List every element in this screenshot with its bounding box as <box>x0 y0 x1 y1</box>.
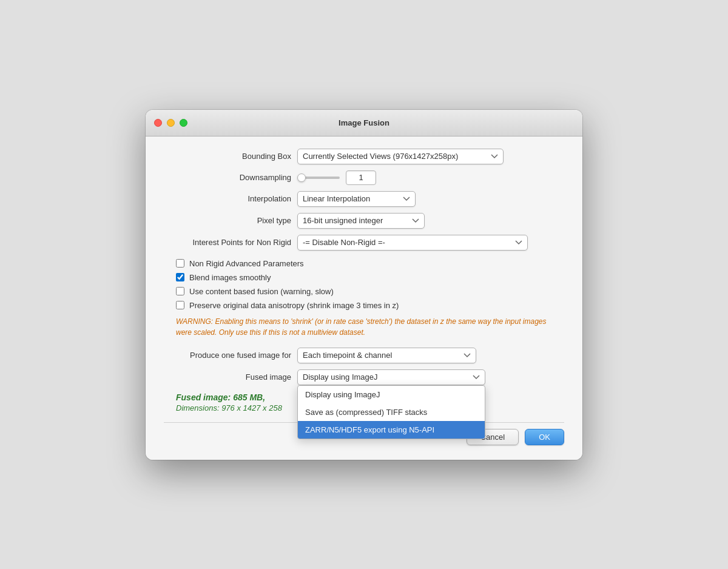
downsampling-label: Downsampling <box>164 173 297 182</box>
interest-points-select[interactable]: -= Disable Non-Rigid =- <box>297 235 528 251</box>
pixel-type-select[interactable]: 16-bit unsigned integer <box>297 213 425 229</box>
bounding-box-label: Bounding Box <box>164 152 297 161</box>
interest-points-row: Interest Points for Non Rigid -= Disable… <box>164 235 564 251</box>
fused-image-row: Fused image Display using ImageJ Display… <box>164 369 564 385</box>
interest-points-control: -= Disable Non-Rigid =- <box>297 235 528 251</box>
non-rigid-label: Non Rigid Advanced Parameters <box>189 259 304 268</box>
downsampling-slider-thumb[interactable] <box>297 173 306 182</box>
fused-image-dropdown-menu: Display using ImageJ Save as (compressed… <box>297 385 485 439</box>
warning-text: WARNING: Enabling this means to 'shrink'… <box>176 316 552 338</box>
produce-row: Produce one fused image for Each timepoi… <box>164 348 564 363</box>
preserve-label: Preserve original data anisotropy (shrin… <box>189 301 399 310</box>
dropdown-item-zarr[interactable]: ZARR/N5/HDF5 export using N5-API <box>298 421 485 439</box>
dialog-content: Bounding Box Currently Selected Views (9… <box>146 136 582 460</box>
content-fusion-label: Use content based fusion (warning, slow) <box>189 287 334 296</box>
checkbox-section: Non Rigid Advanced Parameters Blend imag… <box>164 259 564 310</box>
blend-row: Blend images smoothly <box>176 273 564 282</box>
downsampling-control: 1 <box>297 170 376 185</box>
pixel-type-control: 16-bit unsigned integer <box>297 213 425 229</box>
blend-checkbox[interactable] <box>176 273 184 281</box>
produce-control: Each timepoint & channel <box>297 348 476 363</box>
minimize-button[interactable] <box>167 119 175 127</box>
dropdown-item-imagej[interactable]: Display using ImageJ <box>298 386 485 403</box>
dropdown-item-tiff[interactable]: Save as (compressed) TIFF stacks <box>298 403 485 421</box>
interest-points-label: Interest Points for Non Rigid <box>164 238 297 247</box>
produce-select[interactable]: Each timepoint & channel <box>297 348 476 363</box>
bounding-box-row: Bounding Box Currently Selected Views (9… <box>164 149 564 164</box>
titlebar: Image Fusion <box>146 110 582 136</box>
maximize-button[interactable] <box>180 119 187 127</box>
close-button[interactable] <box>154 119 162 127</box>
downsampling-input[interactable]: 1 <box>346 170 376 185</box>
content-fusion-row: Use content based fusion (warning, slow) <box>176 287 564 296</box>
interpolation-select[interactable]: Linear Interpolation <box>297 191 416 207</box>
main-window: Image Fusion Bounding Box Currently Sele… <box>146 110 582 460</box>
content-fusion-checkbox[interactable] <box>176 287 184 295</box>
traffic-lights <box>154 119 187 127</box>
produce-label: Produce one fused image for <box>164 351 297 360</box>
blend-label: Blend images smoothly <box>189 273 271 282</box>
preserve-checkbox[interactable] <box>176 301 184 309</box>
ok-button[interactable]: OK <box>525 429 564 445</box>
bounding-box-control: Currently Selected Views (976x1427x258px… <box>297 149 504 164</box>
interpolation-row: Interpolation Linear Interpolation <box>164 191 564 207</box>
fused-image-dropdown-container: Display using ImageJ Display using Image… <box>297 369 485 385</box>
non-rigid-checkbox[interactable] <box>176 259 184 268</box>
downsampling-row: Downsampling 1 <box>164 170 564 185</box>
fused-image-label: Fused image <box>164 372 297 382</box>
fused-image-control: Display using ImageJ Display using Image… <box>297 369 485 385</box>
window-title: Image Fusion <box>339 118 389 127</box>
fused-image-select[interactable]: Display using ImageJ <box>297 369 485 385</box>
preserve-row: Preserve original data anisotropy (shrin… <box>176 301 564 310</box>
non-rigid-row: Non Rigid Advanced Parameters <box>176 259 564 268</box>
pixel-type-label: Pixel type <box>164 216 297 225</box>
pixel-type-row: Pixel type 16-bit unsigned integer <box>164 213 564 229</box>
interpolation-label: Interpolation <box>164 194 297 203</box>
bounding-box-select[interactable]: Currently Selected Views (976x1427x258px… <box>297 149 504 164</box>
downsampling-slider-track <box>297 177 340 179</box>
interpolation-control: Linear Interpolation <box>297 191 416 207</box>
